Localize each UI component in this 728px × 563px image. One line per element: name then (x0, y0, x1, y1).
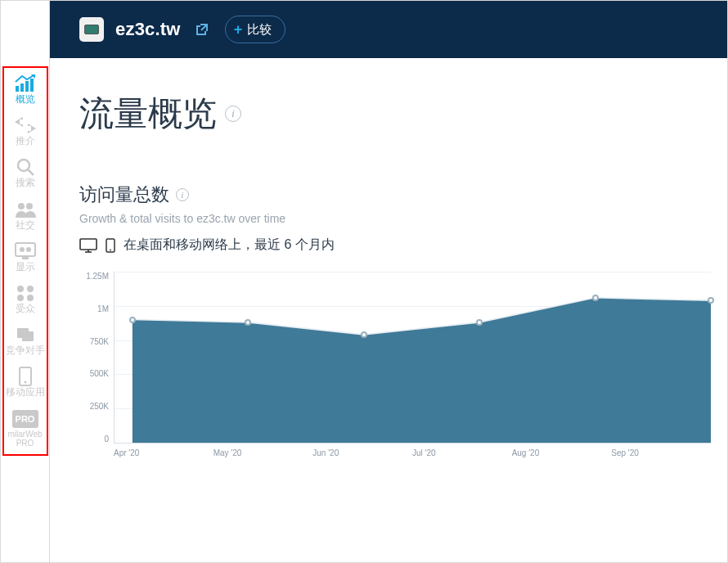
chart-point[interactable] (245, 319, 251, 326)
svg-point-7 (18, 160, 29, 171)
mobile-app-icon (14, 367, 37, 385)
sidebar-item-social[interactable]: 社交 (6, 200, 45, 231)
y-tick: 1M (97, 304, 109, 313)
sidebar-item-label: 竞争对手 (6, 345, 45, 356)
section-subtitle: Growth & total visits to ez3c.tw over ti… (79, 212, 711, 225)
y-tick: 250K (90, 402, 109, 411)
info-icon[interactable]: i (176, 188, 189, 201)
info-icon[interactable]: i (225, 106, 241, 122)
x-tick: Jul '20 (412, 448, 512, 457)
svg-rect-23 (80, 239, 97, 250)
y-tick: 1.25M (86, 272, 109, 281)
svg-rect-1 (20, 83, 24, 92)
sidebar-highlight: 概览 推介 搜索 社交 (2, 66, 48, 456)
search-icon (14, 158, 37, 176)
competitor-icon (14, 326, 37, 344)
y-tick: 0 (104, 435, 109, 444)
audience-icon (14, 284, 37, 302)
svg-point-18 (27, 295, 34, 301)
sidebar-item-referral[interactable]: 推介 (6, 116, 45, 146)
svg-point-9 (18, 203, 25, 209)
main-panel: ez3c.tw + 比较 流量概览 i 访问量总数 i Growth & tot… (50, 1, 727, 562)
x-tick: Aug '20 (512, 448, 612, 457)
sidebar-item-label: 受众 (16, 304, 35, 314)
svg-line-8 (28, 169, 34, 175)
sidebar-item-label: 概览 (16, 94, 35, 105)
overview-icon (14, 74, 37, 92)
sidebar-item-label: PRO (16, 439, 34, 448)
sidebar-item-label: 搜索 (16, 178, 35, 188)
svg-rect-2 (25, 81, 29, 92)
sidebar-item-search[interactable]: 搜索 (6, 158, 45, 188)
svg-point-16 (27, 286, 34, 292)
sidebar-item-competitor[interactable]: 竞争对手 (6, 326, 45, 356)
pro-badge-icon: PRO (12, 410, 38, 428)
svg-point-15 (17, 286, 24, 292)
y-tick: 500K (90, 369, 109, 378)
svg-rect-3 (30, 79, 34, 92)
compare-button[interactable]: + 比较 (225, 16, 286, 43)
sidebar-item-label: milarWeb (7, 430, 42, 439)
chart-point[interactable] (361, 331, 367, 338)
x-tick: Sep '20 (611, 448, 711, 457)
chart-point[interactable] (476, 319, 483, 326)
topbar: ez3c.tw + 比较 (50, 1, 727, 58)
sidebar-item-label: 显示 (16, 262, 35, 272)
chart-point[interactable] (592, 295, 599, 301)
section-title-text: 访问量总数 (79, 182, 169, 207)
svg-point-27 (110, 249, 111, 250)
page-title-text: 流量概览 (79, 91, 217, 137)
mobile-icon (106, 238, 115, 253)
sidebar-item-overview[interactable]: 概览 (6, 74, 45, 105)
x-tick: Jun '20 (312, 448, 412, 457)
svg-rect-0 (16, 86, 19, 92)
sidebar-item-mobile[interactable]: 移动应用 (6, 367, 45, 398)
y-tick: 750K (90, 337, 109, 346)
svg-point-22 (24, 381, 26, 384)
x-tick: Apr '20 (114, 448, 213, 457)
content-area: 流量概览 i 访问量总数 i Growth & total visits to … (50, 58, 727, 562)
chart-point[interactable] (129, 317, 136, 323)
sidebar: 概览 推介 搜索 社交 (1, 1, 50, 562)
sidebar-item-label: 移动应用 (6, 387, 45, 398)
chart-x-axis: Apr '20May '20Jun '20Jul '20Aug '20Sep '… (114, 448, 711, 457)
chart-point[interactable] (708, 297, 714, 304)
site-name: ez3c.tw (115, 19, 181, 40)
visits-chart: 1.25M1M750K500K250K0 (79, 272, 711, 444)
referral-icon (14, 116, 37, 134)
svg-point-14 (26, 247, 31, 252)
x-tick: May '20 (213, 448, 313, 457)
svg-rect-20 (22, 331, 34, 341)
sidebar-item-label: 推介 (16, 136, 35, 146)
display-icon (14, 242, 37, 260)
social-icon (14, 200, 37, 218)
external-link-icon[interactable] (195, 23, 209, 36)
chart-plot-area[interactable] (114, 272, 711, 444)
svg-rect-12 (22, 257, 29, 259)
device-text: 在桌面和移动网络上，最近 6 个月内 (124, 236, 335, 254)
device-row: 在桌面和移动网络上，最近 6 个月内 (79, 236, 711, 254)
svg-rect-11 (16, 243, 35, 256)
sidebar-item-label: 社交 (16, 220, 35, 231)
site-favicon (79, 17, 104, 42)
svg-marker-5 (15, 117, 23, 127)
sidebar-item-display[interactable]: 显示 (6, 242, 45, 272)
compare-button-label: 比较 (247, 22, 272, 38)
section-title: 访问量总数 i (79, 182, 711, 207)
svg-marker-6 (28, 124, 36, 133)
desktop-icon (79, 238, 97, 253)
svg-point-17 (17, 295, 24, 301)
svg-point-10 (26, 203, 33, 209)
sidebar-item-audience[interactable]: 受众 (6, 284, 45, 314)
plus-icon: + (234, 22, 243, 37)
svg-point-13 (20, 247, 25, 252)
page-title: 流量概览 i (79, 91, 711, 137)
visits-section: 访问量总数 i Growth & total visits to ez3c.tw… (79, 182, 711, 457)
sidebar-item-pro[interactable]: PRO milarWeb PRO (6, 410, 45, 448)
chart-y-axis: 1.25M1M750K500K250K0 (79, 272, 114, 444)
